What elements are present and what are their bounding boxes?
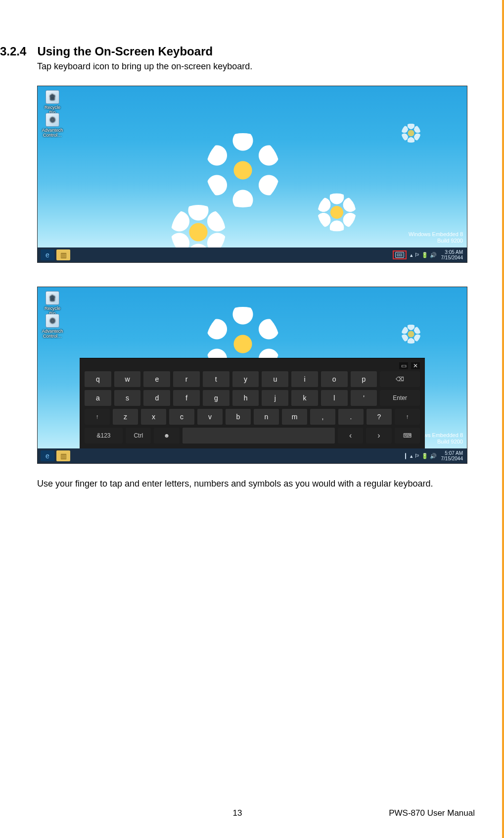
osk-key-?[interactable]: ? (367, 409, 392, 425)
taskbar: e ▥ ▴ 🏳 🔋 🔊 5:07 AM7/15/2044 (38, 448, 467, 463)
osk-key-b[interactable]: b (226, 409, 251, 425)
osk-key-y[interactable]: y (232, 371, 259, 387)
osk-key-a[interactable]: a (85, 390, 111, 406)
control-icon: ⚙ (46, 314, 59, 328)
osk-key-'[interactable]: ' (351, 390, 377, 406)
system-tray[interactable]: ▴ 🏳 🔋 🔊 (410, 453, 437, 459)
doc-title: PWS-870 User Manual (389, 808, 475, 818)
osk-key-f[interactable]: f (173, 390, 200, 406)
osk-key-m[interactable]: m (282, 409, 307, 425)
keyboard-icon (395, 252, 404, 258)
osk-key-enter[interactable]: Enter (380, 390, 420, 406)
osk-key-x[interactable]: x (141, 409, 166, 425)
desktop-icon-label: Advantech Control… (42, 128, 63, 138)
osk-key-e[interactable]: e (143, 371, 170, 387)
osk-key-symbols[interactable]: &123 (85, 428, 123, 444)
recycle-bin-icon: 🗑 (46, 291, 59, 305)
osk-key-shift-right[interactable]: ↑ (395, 409, 420, 425)
osk-key-space[interactable] (183, 428, 335, 444)
osk-key-i[interactable]: i (291, 371, 318, 387)
windows-watermark: Windows Embedded 8 Build 9200 (409, 231, 463, 245)
osk-key-s[interactable]: s (114, 390, 141, 406)
osk-key-p[interactable]: p (351, 371, 377, 387)
on-screen-keyboard: ▭ ✕ qwertyuiop⌫ asdfghjkl'Enter ↑zxcvbnm… (80, 358, 425, 448)
osk-key-j[interactable]: j (262, 390, 288, 406)
system-tray[interactable]: ▴ 🏳 🔋 🔊 (410, 252, 437, 258)
osk-key-h[interactable]: h (232, 390, 259, 406)
osk-key-c[interactable]: c (169, 409, 194, 425)
recycle-bin-icon: 🗑 (46, 90, 59, 104)
osk-key-l[interactable]: l (321, 390, 348, 406)
keyboard-icon (405, 453, 406, 459)
intro-text: Tap keyboard icon to bring up the on-scr… (37, 61, 475, 72)
osk-key-.[interactable]: . (338, 409, 364, 425)
taskbar-clock[interactable]: 3:05 AM7/15/2044 (441, 249, 463, 260)
taskbar-explorer-icon[interactable]: ▥ (56, 249, 70, 260)
desktop-icon-recycle-bin[interactable]: 🗑 Recycle Bin (42, 291, 63, 316)
osk-key-v[interactable]: v (197, 409, 223, 425)
osk-key-n[interactable]: n (254, 409, 279, 425)
desktop-icon-advantech[interactable]: ⚙ Advantech Control… (42, 113, 63, 138)
osk-dock-icon[interactable]: ▭ (399, 362, 408, 369)
osk-key-k[interactable]: k (291, 390, 318, 406)
taskbar-keyboard-icon[interactable] (405, 453, 406, 459)
taskbar-ie-icon[interactable]: e (41, 249, 54, 260)
closing-text: Use your finger to tap and enter letters… (37, 478, 467, 490)
section-number: 3.2.4 (0, 45, 26, 58)
osk-key-,[interactable]: , (310, 409, 335, 425)
osk-key-keyboard-switch[interactable]: ⌨ (395, 428, 420, 444)
taskbar-clock[interactable]: 5:07 AM7/15/2044 (441, 450, 463, 461)
desktop-icon-recycle-bin[interactable]: 🗑 Recycle Bin (42, 90, 63, 115)
osk-key-r[interactable]: r (173, 371, 200, 387)
osk-key-backspace[interactable]: ⌫ (380, 371, 420, 387)
taskbar-keyboard-icon[interactable] (393, 251, 406, 259)
osk-key-t[interactable]: t (203, 371, 229, 387)
osk-key-d[interactable]: d (143, 390, 170, 406)
osk-key-o[interactable]: o (321, 371, 348, 387)
osk-key-shift-left[interactable]: ↑ (85, 409, 110, 425)
osk-key-ctrl[interactable]: Ctrl (126, 428, 151, 444)
control-icon: ⚙ (46, 113, 59, 127)
osk-key-q[interactable]: q (85, 371, 111, 387)
screenshot-osk: 🗑 Recycle Bin ⚙ Advantech Control… Windo… (37, 287, 467, 464)
osk-key-u[interactable]: u (262, 371, 288, 387)
osk-key-emoji[interactable]: ☻ (154, 428, 179, 444)
desktop-icon-label: Advantech Control… (42, 329, 63, 339)
taskbar-ie-icon[interactable]: e (41, 450, 54, 461)
section-title: Using the On-Screen Keyboard (37, 45, 213, 58)
osk-key-w[interactable]: w (114, 371, 141, 387)
osk-key-right[interactable]: › (366, 428, 391, 444)
osk-close-icon[interactable]: ✕ (411, 362, 420, 369)
screenshot-desktop: 🗑 Recycle Bin ⚙ Advantech Control… Windo… (37, 86, 467, 263)
osk-key-g[interactable]: g (203, 390, 229, 406)
page-footer: 13 PWS-870 User Manual (0, 808, 475, 818)
osk-key-left[interactable]: ‹ (338, 428, 363, 444)
taskbar: e ▥ ▴ 🏳 🔋 🔊 3:05 AM7/15/2044 (38, 247, 467, 262)
desktop-icon-advantech[interactable]: ⚙ Advantech Control… (42, 314, 63, 339)
osk-key-z[interactable]: z (113, 409, 138, 425)
taskbar-explorer-icon[interactable]: ▥ (56, 450, 70, 461)
